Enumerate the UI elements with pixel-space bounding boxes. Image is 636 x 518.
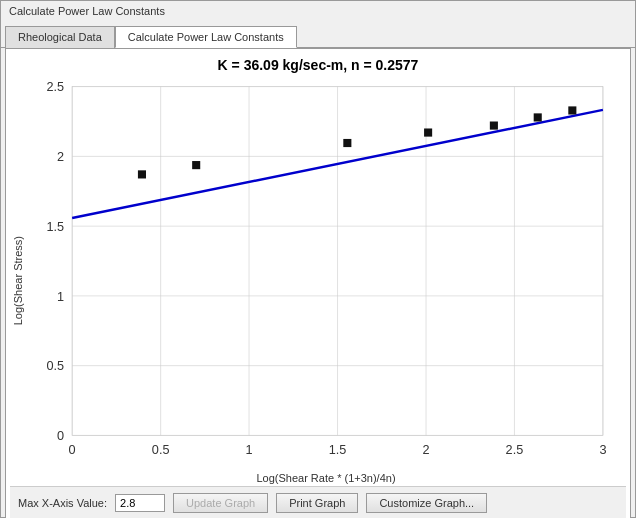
tab-bar: Rheological Data Calculate Power Law Con…	[1, 21, 635, 48]
svg-text:1.5: 1.5	[329, 442, 347, 457]
chart-svg-container: 0 0.5 1 1.5 2 2.5 0 0.5 1 1.5 2 2.5 3	[26, 75, 626, 470]
max-x-label: Max X-Axis Value:	[18, 497, 107, 509]
svg-text:0.5: 0.5	[46, 358, 64, 373]
svg-text:2: 2	[57, 149, 64, 164]
svg-rect-33	[534, 113, 542, 121]
svg-rect-34	[568, 106, 576, 114]
svg-rect-31	[424, 128, 432, 136]
svg-rect-28	[138, 170, 146, 178]
svg-text:0: 0	[57, 428, 64, 443]
svg-text:0: 0	[69, 442, 76, 457]
y-axis-label: Log(Shear Stress)	[10, 75, 26, 486]
print-graph-button[interactable]: Print Graph	[276, 493, 358, 513]
chart-svg: 0 0.5 1 1.5 2 2.5 0 0.5 1 1.5 2 2.5 3	[26, 75, 626, 470]
window-title: Calculate Power Law Constants	[9, 5, 165, 17]
svg-rect-29	[192, 161, 200, 169]
x-axis-label: Log(Shear Rate * (1+3n)/4n)	[26, 470, 626, 486]
chart-inner: 0 0.5 1 1.5 2 2.5 0 0.5 1 1.5 2 2.5 3	[26, 75, 626, 486]
svg-rect-30	[343, 139, 351, 147]
controls-bar: Max X-Axis Value: Update Graph Print Gra…	[10, 486, 626, 518]
update-graph-button[interactable]: Update Graph	[173, 493, 268, 513]
chart-area: Log(Shear Stress)	[10, 75, 626, 486]
svg-text:2.5: 2.5	[46, 79, 64, 94]
svg-text:1: 1	[57, 289, 64, 304]
svg-text:1.5: 1.5	[46, 219, 64, 234]
customize-graph-button[interactable]: Customize Graph...	[366, 493, 487, 513]
tab-rheological[interactable]: Rheological Data	[5, 26, 115, 48]
svg-text:3: 3	[599, 442, 606, 457]
main-window: Calculate Power Law Constants Rheologica…	[0, 0, 636, 518]
tab-calculate[interactable]: Calculate Power Law Constants	[115, 26, 297, 48]
svg-text:2: 2	[423, 442, 430, 457]
chart-title: K = 36.09 kg/sec-m, n = 0.2577	[10, 53, 626, 75]
tab-content: K = 36.09 kg/sec-m, n = 0.2577 Log(Shear…	[5, 48, 631, 518]
max-x-input[interactable]	[115, 494, 165, 512]
svg-text:0.5: 0.5	[152, 442, 170, 457]
svg-text:2.5: 2.5	[506, 442, 524, 457]
title-bar: Calculate Power Law Constants	[1, 1, 635, 21]
svg-text:1: 1	[246, 442, 253, 457]
svg-rect-32	[490, 122, 498, 130]
